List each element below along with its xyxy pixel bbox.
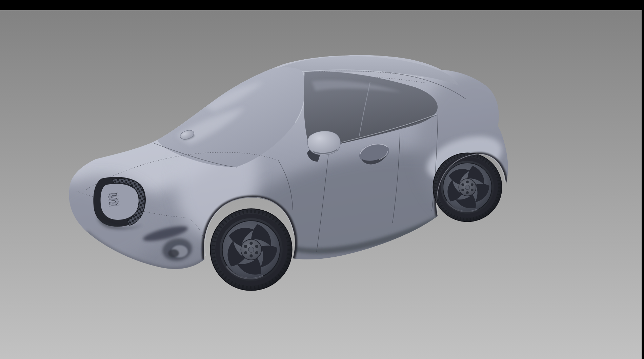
front-wheel [210,209,292,290]
right-black-bar [642,0,644,359]
seat-badge: S [107,190,120,209]
top-black-bar [0,0,644,10]
rear-wheel [433,153,502,222]
grille-face [101,184,139,220]
render-viewport[interactable]: S [0,0,644,359]
